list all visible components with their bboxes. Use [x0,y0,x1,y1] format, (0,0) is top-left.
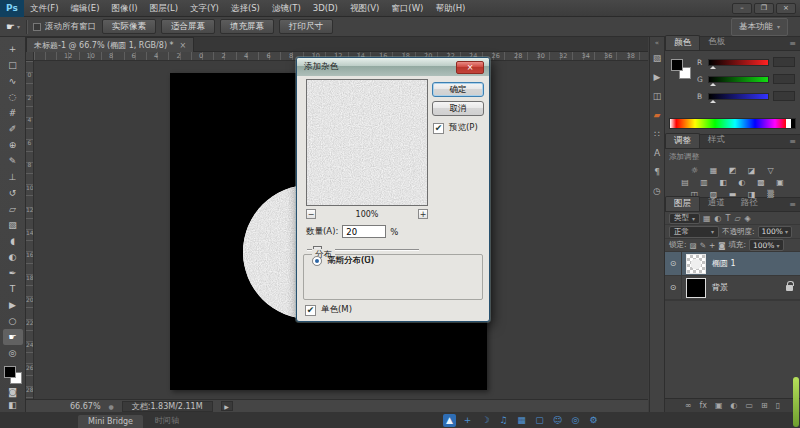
color-spectrum-bar[interactable] [669,118,796,129]
layer-style-icon[interactable]: fx [699,402,707,410]
foreground-color-swatch[interactable] [4,366,16,378]
bottom-panel-tab[interactable]: Mini Bridge [78,415,143,428]
panel-tab[interactable]: 通道 [700,196,733,211]
radio-gaussian-distribution[interactable]: 高斯分布(G) [312,255,374,267]
character-panel-icon[interactable]: A [654,148,660,158]
channel-value-field[interactable] [773,57,795,67]
brush-tool[interactable]: ✎ [3,153,23,169]
filter-adjustment-layers-icon[interactable]: ◐ [715,214,722,223]
layer-thumbnail[interactable] [686,254,706,274]
current-tool-indicator[interactable]: ☛ ▾ [6,21,20,32]
cancel-button[interactable]: 取消 [432,101,484,116]
channel-value-field[interactable] [773,91,795,101]
channel-slider[interactable] [708,93,769,100]
photo-filter-icon[interactable]: ◐ [734,176,751,188]
blend-mode-dropdown[interactable]: 正常 ▾ [669,226,719,238]
layer-thumbnail[interactable] [686,278,706,298]
search-icon[interactable]: ◎ [569,414,582,427]
move-icon[interactable]: + [461,414,474,427]
music-icon[interactable]: ♫ [497,414,510,427]
menu-item[interactable]: 文件(F) [24,0,65,17]
panel-menu-icon[interactable]: ≡ [789,39,796,48]
channel-value-field[interactable] [773,74,795,84]
path-selection-tool[interactable]: ▶ [3,297,23,313]
user-icon[interactable]: ☺ [551,414,564,427]
close-button[interactable]: × [776,3,796,14]
lock-pixels-icon[interactable]: ✎ [700,241,706,250]
gradient-tool[interactable]: ▧ [3,217,23,233]
panel-menu-icon[interactable]: ≡ [789,137,796,146]
filter-shape-layers-icon[interactable]: ▱ [734,214,740,223]
preview-checkbox[interactable]: ✔ 预览(P) [433,122,478,134]
clone-source-panel-icon[interactable]: ◫ [653,91,662,101]
menu-item[interactable]: 图像(I) [106,0,144,17]
filter-smart-objects-icon[interactable]: ◈ [745,214,751,223]
actions-panel-icon[interactable]: ▶ [654,72,661,82]
menu-item[interactable]: 编辑(E) [65,0,106,17]
channel-slider[interactable] [708,76,769,83]
workspace-switcher[interactable]: 基本功能 ▾ [731,18,788,36]
zoom-in-button[interactable]: + [418,209,428,219]
expand-panels-icon[interactable]: « [655,39,659,47]
quick-selection-tool[interactable]: ◌ [3,89,23,105]
layer-visibility-toggle[interactable]: ⊙ [665,276,682,300]
brush-presets-panel-icon[interactable]: ▰ [654,110,661,120]
add-layer-mask-icon[interactable]: ▣ [715,402,723,410]
clone-stamp-tool[interactable]: ⊥ [3,169,23,185]
crop-tool[interactable]: # [3,105,23,121]
bottom-panel-tab[interactable]: 时间轴 [145,413,189,428]
shirt-icon[interactable]: ▢ [533,414,546,427]
filter-pixel-layers-icon[interactable]: ▦ [703,214,711,223]
options-button[interactable]: 填充屏幕 [220,19,274,34]
color-swatches[interactable] [670,58,692,80]
new-adjustment-layer-icon[interactable]: ◐ [731,402,738,410]
move-tool[interactable]: + [3,41,23,57]
layer-row[interactable]: ⊙ 椭圆 1 [665,252,800,276]
layer-row[interactable]: ⊙ 背景 [665,276,800,300]
moon-icon[interactable]: ☽ [479,414,492,427]
hand-tool[interactable]: ☛ [3,329,23,345]
menu-item[interactable]: 窗口(W) [385,0,429,17]
menu-item[interactable]: 3D(D) [307,0,344,17]
menu-item[interactable]: 文字(Y) [184,0,225,17]
pen-tool[interactable]: ✒ [3,265,23,281]
foreground-background-swatches[interactable] [3,365,23,385]
menu-item[interactable]: 帮助(H) [429,0,471,17]
zoom-out-button[interactable]: − [306,209,316,219]
document-close-icon[interactable]: × [180,41,187,50]
healing-brush-tool[interactable]: ⊕ [3,137,23,153]
ellipse-tool[interactable]: ○ [3,313,23,329]
minimize-button[interactable]: – [732,3,752,14]
new-group-icon[interactable]: ▭ [746,402,754,410]
document-tab[interactable]: 未标题-1 @ 66.7% (椭圆 1, RGB/8) * × [26,37,194,52]
menu-item[interactable]: 视图(V) [344,0,385,17]
gear-icon[interactable]: ⚙ [587,414,600,427]
hue-saturation-icon[interactable]: ▤ [677,176,694,188]
lasso-tool[interactable]: ∿ [3,73,23,89]
history-panel-icon[interactable]: ▧ [653,53,662,63]
panel-tab[interactable]: 路径 [733,196,766,211]
info-panel-icon[interactable]: ◷ [653,186,661,196]
lock-transparent-icon[interactable]: ▨ [690,241,697,250]
brightness-contrast-icon[interactable]: ☼ [686,164,703,176]
delete-layer-icon[interactable]: ▯ [776,402,780,410]
type-tool[interactable]: T [3,281,23,297]
foreground-color-swatch[interactable] [671,59,683,71]
channel-mixer-icon[interactable]: ▩ [753,176,770,188]
ok-button[interactable]: 确定 [432,82,484,97]
fill-field[interactable]: 100% ▾ [749,239,783,251]
menu-item[interactable]: 图层(L) [144,0,184,17]
curves-icon[interactable]: ◩ [724,164,741,176]
options-button[interactable]: 实际像素 [102,19,156,34]
panel-menu-icon[interactable]: ≡ [789,200,796,209]
tool-presets-panel-icon[interactable]: ∷ [654,129,660,139]
quick-mask-button[interactable]: ◙ [3,385,23,398]
filter-type-layers-icon[interactable]: T [726,214,731,223]
channel-slider[interactable] [708,59,769,66]
link-layers-icon[interactable]: ∞ [685,402,692,410]
zoom-level-field[interactable]: 66.67% [70,402,101,411]
eyedropper-tool[interactable]: ✐ [3,121,23,137]
panel-tab[interactable]: 图层 [665,196,700,211]
black-white-icon[interactable]: ◧ [715,176,732,188]
menu-item[interactable]: 选择(S) [225,0,266,17]
